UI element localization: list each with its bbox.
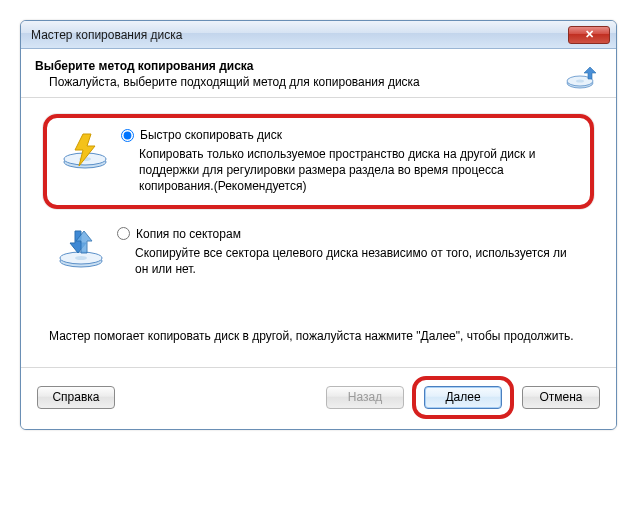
- next-button[interactable]: Далее: [424, 386, 502, 409]
- close-button[interactable]: ✕: [568, 26, 610, 44]
- wizard-note: Мастер помогает копировать диск в другой…: [49, 329, 588, 343]
- sector-copy-disk-icon: [57, 227, 105, 271]
- option-sector-copy[interactable]: Копия по секторам Скопируйте все сектора…: [43, 217, 594, 287]
- option-fast-copy[interactable]: Быстро скопировать диск Копировать тольк…: [43, 114, 594, 209]
- option-sector-radio-row[interactable]: Копия по секторам: [117, 227, 580, 241]
- radio-sector-copy[interactable]: [117, 227, 130, 240]
- svg-point-8: [75, 256, 87, 260]
- option-sector-label: Копия по секторам: [136, 227, 241, 241]
- option-fast-body: Быстро скопировать диск Копировать тольк…: [121, 128, 576, 195]
- help-button[interactable]: Справка: [37, 386, 115, 409]
- button-bar: Справка Назад Далее Отмена: [21, 367, 616, 429]
- option-sector-body: Копия по секторам Скопируйте все сектора…: [117, 227, 580, 277]
- header-subtitle: Пожалуйста, выберите подходящий метод дл…: [49, 75, 602, 89]
- titlebar: Мастер копирования диска ✕: [21, 21, 616, 49]
- cancel-button[interactable]: Отмена: [522, 386, 600, 409]
- radio-fast-copy[interactable]: [121, 129, 134, 142]
- option-fast-label: Быстро скопировать диск: [140, 128, 282, 142]
- option-sector-description: Скопируйте все сектора целевого диска не…: [135, 245, 580, 277]
- svg-point-2: [576, 79, 584, 82]
- wizard-window: Мастер копирования диска ✕ Выберите мето…: [20, 20, 617, 430]
- next-button-highlight: Далее: [412, 376, 514, 419]
- header-title: Выберите метод копирования диска: [35, 59, 602, 73]
- fast-copy-disk-icon: [61, 128, 109, 172]
- back-button: Назад: [326, 386, 404, 409]
- wizard-header: Выберите метод копирования диска Пожалуй…: [21, 49, 616, 98]
- close-icon: ✕: [585, 28, 594, 41]
- window-title: Мастер копирования диска: [31, 28, 568, 42]
- option-fast-radio-row[interactable]: Быстро скопировать диск: [121, 128, 576, 142]
- disk-copy-header-icon: [566, 61, 602, 91]
- wizard-content: Быстро скопировать диск Копировать тольк…: [21, 98, 616, 367]
- option-fast-description: Копировать только используемое пространс…: [139, 146, 576, 195]
